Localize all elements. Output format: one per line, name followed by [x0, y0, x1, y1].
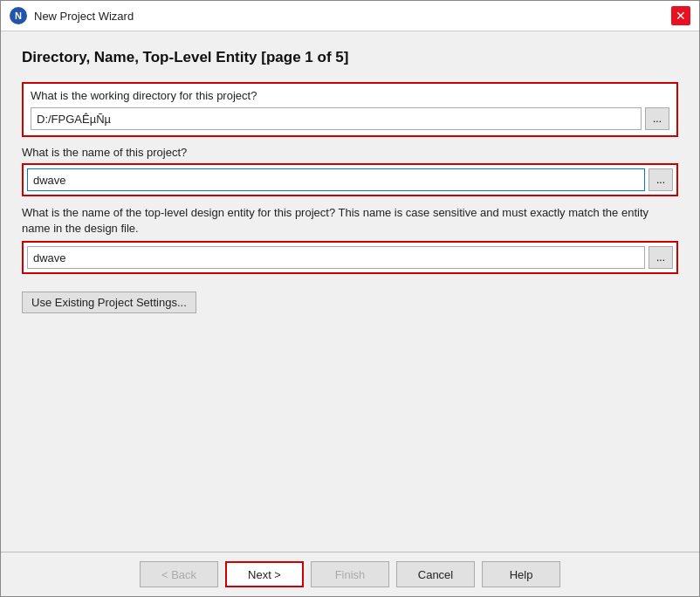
entity-section-highlight: ... [22, 241, 678, 274]
entity-description: What is the name of the top-level design… [22, 205, 678, 237]
name-browse-button[interactable]: ... [649, 168, 673, 191]
app-icon: N [10, 7, 27, 24]
name-label: What is the name of this project? [22, 146, 678, 159]
next-button[interactable]: Next > [225, 561, 304, 587]
content-spacer [22, 313, 678, 543]
main-content: Directory, Name, Top-Level Entity [page … [1, 31, 699, 552]
wizard-window: N New Project Wizard ✕ Directory, Name, … [0, 0, 700, 597]
title-bar-text: New Project Wizard [34, 10, 664, 23]
directory-input-row: ... [31, 107, 669, 130]
title-bar: N New Project Wizard ✕ [1, 1, 699, 31]
help-button[interactable]: Help [482, 561, 560, 587]
entity-browse-button[interactable]: ... [649, 246, 673, 269]
name-section-wrapper: What is the name of this project? ... [22, 146, 678, 196]
cancel-button[interactable]: Cancel [396, 561, 475, 587]
entity-section-wrapper: What is the name of the top-level design… [22, 205, 678, 274]
entity-input[interactable] [27, 246, 645, 269]
back-button[interactable]: < Back [140, 561, 218, 587]
finish-button[interactable]: Finish [311, 561, 389, 587]
footer: < Back Next > Finish Cancel Help [1, 552, 699, 596]
directory-browse-button[interactable]: ... [645, 107, 669, 130]
close-button[interactable]: ✕ [671, 6, 690, 25]
use-existing-wrapper: Use Existing Project Settings... [22, 283, 678, 313]
directory-label: What is the working directory for this p… [31, 89, 669, 102]
directory-section: What is the working directory for this p… [22, 82, 678, 137]
directory-input[interactable] [31, 107, 642, 130]
name-input[interactable] [27, 168, 645, 191]
name-section-highlight: ... [22, 163, 678, 196]
use-existing-button[interactable]: Use Existing Project Settings... [22, 292, 196, 313]
page-title: Directory, Name, Top-Level Entity [page … [22, 49, 678, 66]
